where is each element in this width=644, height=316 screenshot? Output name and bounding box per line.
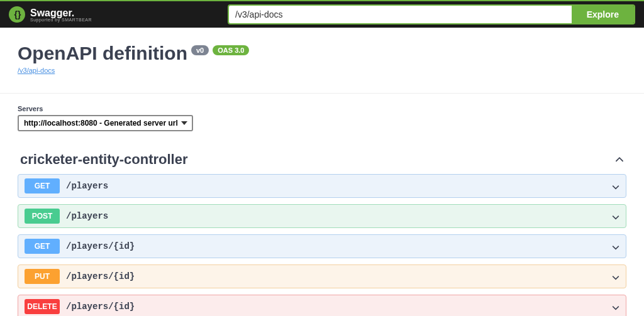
version-badge: v0 bbox=[191, 45, 209, 55]
spec-url-input[interactable] bbox=[229, 6, 572, 23]
method-badge-get: GET bbox=[25, 178, 60, 193]
op-path: /players bbox=[66, 211, 612, 221]
tag-name: cricketer-entity-controller bbox=[20, 151, 188, 168]
chevron-down-icon bbox=[612, 212, 619, 220]
chevron-down-icon bbox=[612, 303, 619, 310]
servers-select[interactable]: http://localhost:8080 - Generated server… bbox=[18, 115, 193, 131]
api-header: OpenAPI definition v0 OAS 3.0 /v3/api-do… bbox=[0, 28, 644, 94]
explore-button[interactable]: Explore bbox=[572, 6, 634, 23]
chevron-up-icon bbox=[615, 155, 624, 164]
tag-header[interactable]: cricketer-entity-controller bbox=[18, 145, 626, 174]
method-badge-post: POST bbox=[25, 209, 60, 224]
tag-section: cricketer-entity-controller GET /players… bbox=[0, 139, 644, 316]
brand: { } Swagger. Supported by SMARTBEAR bbox=[9, 6, 92, 23]
url-input-group: Explore bbox=[228, 4, 635, 25]
opblock-get-players-id[interactable]: GET /players/{id} bbox=[18, 234, 626, 258]
oas-badge: OAS 3.0 bbox=[213, 45, 249, 55]
op-path: /players/{id} bbox=[66, 302, 612, 312]
servers-section: Servers http://localhost:8080 - Generate… bbox=[0, 94, 644, 139]
op-path: /players/{id} bbox=[66, 241, 612, 251]
opblock-delete-players-id[interactable]: DELETE /players/{id} bbox=[18, 295, 626, 316]
spec-link[interactable]: /v3/api-docs bbox=[18, 67, 626, 74]
method-badge-delete: DELETE bbox=[25, 299, 60, 314]
op-path: /players/{id} bbox=[66, 271, 612, 281]
chevron-down-icon bbox=[612, 182, 619, 190]
brand-subtext: Supported by SMARTBEAR bbox=[30, 18, 92, 22]
swagger-logo-icon: { } bbox=[9, 6, 25, 23]
opblock-post-players[interactable]: POST /players bbox=[18, 204, 626, 228]
op-path: /players bbox=[66, 181, 612, 191]
method-badge-put: PUT bbox=[25, 269, 60, 284]
brand-text: Swagger. bbox=[30, 8, 74, 18]
topbar: { } Swagger. Supported by SMARTBEAR Expl… bbox=[0, 0, 644, 28]
servers-label: Servers bbox=[18, 105, 626, 112]
opblock-put-players-id[interactable]: PUT /players/{id} bbox=[18, 264, 626, 288]
api-title: OpenAPI definition bbox=[18, 43, 187, 64]
opblock-get-players[interactable]: GET /players bbox=[18, 174, 626, 198]
method-badge-get: GET bbox=[25, 239, 60, 254]
chevron-down-icon bbox=[612, 273, 619, 280]
chevron-down-icon bbox=[612, 242, 619, 250]
